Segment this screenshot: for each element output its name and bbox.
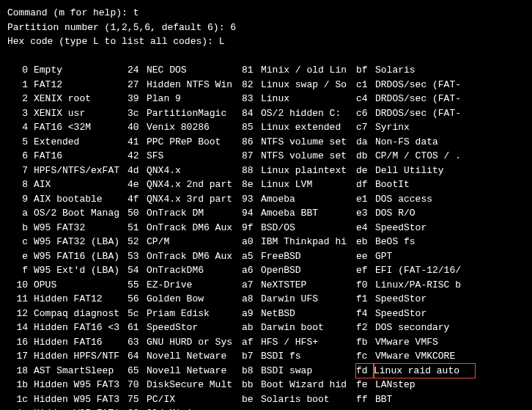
partition-code: 4d (128, 164, 147, 178)
partition-name: AIX bootable (34, 192, 128, 207)
partition-code: 6 (7, 149, 34, 164)
partition-code-highlighted: fd (355, 363, 374, 379)
partition-name: BootIt (375, 177, 478, 192)
table-row: fW95 Ext'd (LBA)54OnTrackDM6a6OpenBSDefE… (7, 263, 525, 278)
partition-name: PC/IX (147, 392, 242, 407)
partition-code: eb (356, 235, 375, 249)
partition-code: 10 (7, 278, 34, 293)
partition-name: BSDI fs (261, 349, 356, 364)
partition-name: Linux/PA-RISC b (375, 278, 478, 293)
partition-code: e (7, 249, 34, 264)
partition-input[interactable]: 6 (230, 22, 236, 33)
partition-name: Boot Wizard hid (261, 378, 356, 392)
partition-name: DRDOS/sec (FAT- (375, 106, 478, 121)
table-row: 16Hidden FAT1663GNU HURD or SysafHFS / H… (7, 335, 525, 350)
partition-code: 70 (128, 378, 147, 392)
partition-code: b7 (242, 349, 261, 364)
partition-name: SpeedStor (375, 221, 478, 235)
partition-name: Golden Bow (147, 292, 242, 307)
partition-code: 83 (242, 92, 261, 106)
partition-name: OnTrack DM (147, 206, 242, 221)
partition-code: 84 (242, 106, 261, 121)
table-row: 9AIX bootable4fQNX4.x 3rd part93Amoebae1… (7, 192, 525, 207)
table-row: 1bHidden W95 FAT370DiskSecure MultbbBoot… (7, 378, 525, 392)
partition-name: NEC DOS (147, 63, 242, 78)
partition-name: XENIX usr (34, 106, 128, 121)
partition-name: GPT (375, 249, 478, 264)
command-prompt-line: Command (m for help): t (7, 6, 525, 21)
partition-code: ff (356, 392, 375, 407)
partition-name: QNX4.x (147, 164, 242, 178)
partition-name: Novell Netware (147, 349, 242, 364)
partition-code: da (356, 135, 375, 150)
partition-name: NTFS volume set (261, 149, 356, 164)
partition-name-highlighted: Linux raid auto (373, 363, 476, 379)
partition-name: XENIX root (34, 92, 128, 106)
partition-name: DOS secondary (375, 321, 478, 335)
partition-code: 54 (128, 263, 147, 278)
partition-code: 85 (242, 120, 261, 135)
partition-name: SFS (147, 149, 242, 164)
partition-code: be (242, 392, 261, 407)
table-row: bW95 FAT3251OnTrack DM6 Aux9fBSD/OSe4Spe… (7, 221, 525, 235)
partition-code: 18 (7, 364, 34, 378)
partition-code: 41 (128, 135, 147, 150)
partition-name: Hidden HPFS/NTF (34, 349, 128, 364)
partition-name: DRDOS/sec (FAT- (375, 78, 478, 92)
partition-name: Hidden FAT16 <3 (34, 321, 128, 335)
partition-code: 42 (128, 149, 147, 164)
partition-name: Darwin boot (261, 321, 356, 335)
partition-name: OS/2 hidden C: (261, 106, 356, 121)
partition-name: Linux (261, 92, 356, 106)
partition-name: IBM Thinkpad hi (261, 235, 356, 249)
command-input[interactable]: t (133, 7, 139, 18)
table-row: 5Extended41PPC PReP Boot86NTFS volume se… (7, 135, 525, 150)
table-row: 1FAT1227Hidden NTFS Win82Linux swap / So… (7, 78, 525, 92)
partition-name: OPUS (34, 278, 128, 293)
partition-name: QNX4.x 2nd part (147, 177, 242, 192)
partition-name: FAT16 <32M (34, 120, 128, 135)
partition-code: 5c (128, 307, 147, 321)
partition-name: Priam Edisk (147, 307, 242, 321)
partition-name: W95 Ext'd (LBA) (34, 263, 128, 278)
partition-code: 53 (128, 249, 147, 264)
partition-code: a6 (242, 263, 261, 278)
partition-code: 40 (128, 120, 147, 135)
partition-code: b (7, 221, 34, 235)
partition-code: 93 (242, 192, 261, 207)
partition-code: 52 (128, 235, 147, 249)
partition-code: 17 (7, 349, 34, 364)
partition-name: FAT12 (34, 78, 128, 92)
partition-name: Non-FS data (375, 135, 478, 150)
partition-name: Old Minix (147, 406, 242, 410)
partition-name: DOS access (375, 192, 478, 207)
blank-line (7, 49, 525, 64)
partition-code: fc (356, 349, 375, 364)
partition-name: Hidden FAT12 (34, 292, 128, 307)
partition-code: 27 (128, 78, 147, 92)
partition-code: 80 (128, 406, 147, 410)
table-row: 2XENIX root39Plan 983Linuxc4DRDOS/sec (F… (7, 92, 525, 106)
partition-code: a9 (242, 307, 261, 321)
partition-code: db (356, 149, 375, 164)
table-row: cW95 FAT32 (LBA)52CP/Ma0IBM Thinkpad hie… (7, 235, 525, 249)
partition-name: PPC PReP Boot (147, 135, 242, 150)
partition-code: ee (356, 249, 375, 264)
command-prompt: Command (m for help): (7, 7, 133, 18)
partition-code: 4e (128, 177, 147, 192)
partition-name: Novell Netware (147, 364, 242, 378)
partition-code: 75 (128, 392, 147, 407)
partition-code: f1 (356, 292, 375, 307)
partition-name: Venix 80286 (147, 120, 242, 135)
partition-name: BBT (375, 392, 478, 407)
partition-code: 1e (7, 406, 34, 410)
partition-code: 4 (7, 120, 34, 135)
hexcode-input[interactable]: L (219, 36, 225, 47)
partition-code: 51 (128, 221, 147, 235)
partition-code: 64 (128, 349, 147, 364)
partition-code: 39 (128, 92, 147, 106)
partition-code: 11 (7, 292, 34, 307)
partition-code: 94 (242, 206, 261, 221)
table-row: 6FAT1642SFS87NTFS volume setdbCP/M / CTO… (7, 149, 525, 164)
partition-name: DRDOS/sec (FAT- (375, 92, 478, 106)
